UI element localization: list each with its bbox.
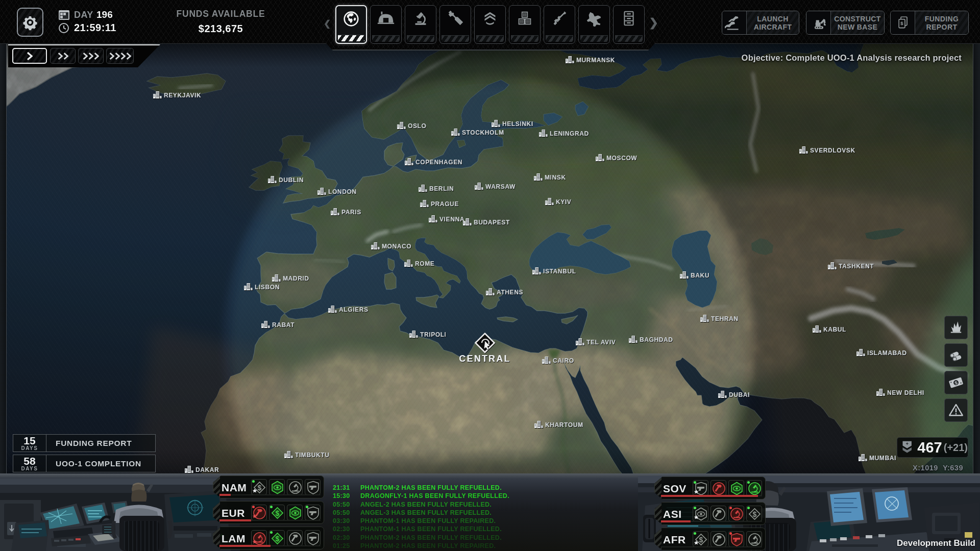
svg-text:$: $: [753, 510, 757, 518]
svg-text:+: +: [905, 441, 909, 446]
svg-text:$: $: [258, 484, 262, 492]
svg-text:$: $: [900, 20, 903, 26]
svg-text:$: $: [699, 536, 703, 544]
svg-text:$: $: [276, 509, 280, 517]
svg-text:$: $: [276, 535, 280, 543]
